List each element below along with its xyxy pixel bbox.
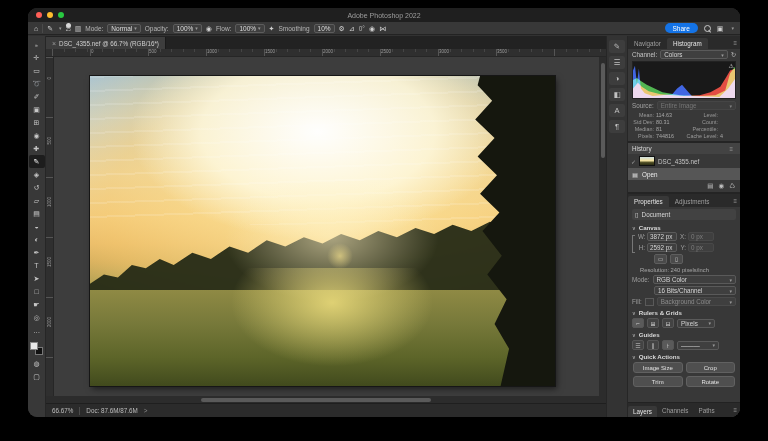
document-tab[interactable]: × DSC_4355.nef @ 66.7% (RGB/16*) [46,37,166,49]
x-input[interactable]: 0 px [688,232,714,241]
foreground-color-swatch[interactable] [30,342,38,350]
orientation-portrait-button[interactable]: ▯ [670,254,683,264]
brush-size-preview[interactable]: 25 [66,23,71,33]
color-icon[interactable]: ◑ [609,72,625,85]
panel-menu-icon[interactable]: ≡ [733,407,737,413]
crop-button[interactable]: Crop [686,362,736,373]
chevron-down-icon[interactable]: ▾ [731,25,734,31]
bit-depth-select[interactable]: 16 Bits/Channel ▾ [654,286,736,295]
toggle-snap-icon[interactable]: ⊟ [662,318,674,328]
guides-section-header[interactable]: ∨ Guides [628,329,740,339]
blend-mode-select[interactable]: Normal ▾ [107,24,140,33]
tool-history-brush[interactable]: ↺ [29,181,45,194]
smoothing-options-gear-icon[interactable]: ⚙ [339,25,345,32]
zoom-level[interactable]: 66.67% [52,407,73,414]
search-icon[interactable] [704,25,711,32]
tool-hand[interactable]: ☛ [29,298,45,311]
share-button[interactable]: Share [665,23,698,33]
airbrush-icon[interactable]: ✦ [269,25,275,32]
ruler-units-select[interactable]: Pixels ▾ [677,319,715,328]
history-brush-source-icon[interactable]: ✓ [631,158,636,165]
brush-settings-icon[interactable]: ✎ [609,40,625,53]
height-input[interactable]: 2592 px [647,243,677,252]
close-tab-icon[interactable]: × [52,40,56,47]
refresh-histogram-icon[interactable]: ↻ [731,51,736,58]
trim-button[interactable]: Trim [633,376,683,387]
cached-data-warning-icon[interactable]: ⚠ [729,62,734,69]
panel-menu-icon[interactable]: ≡ [733,198,737,204]
horizontal-scrollbar-thumb[interactable] [201,398,431,402]
tab-histogram[interactable]: Histogram [667,38,708,49]
tab-navigator[interactable]: Navigator [628,38,667,49]
y-input[interactable]: 0 px [688,243,714,252]
tool-eraser[interactable]: ▱ [29,194,45,207]
orientation-landscape-button[interactable]: ▭ [654,254,667,264]
toggle-grid-icon[interactable]: ⊞ [647,318,659,328]
fill-select[interactable]: Background Color ▾ [657,297,736,306]
toolbar-collapse-icon[interactable]: » [29,38,45,51]
home-icon[interactable]: ⌂ [34,25,38,32]
tool-gradient[interactable]: ▤ [29,207,45,220]
toggle-guides-icon[interactable]: ☰ [632,340,644,350]
tab-adjustments[interactable]: Adjustments [669,196,716,207]
tool-pen[interactable]: ✒ [29,246,45,259]
quick-actions-section-header[interactable]: ∨ Quick Actions [628,351,740,361]
source-select[interactable]: Entire Image ▾ [657,101,736,110]
tool-blur[interactable]: ◒ [29,220,45,233]
tool-type[interactable]: T [29,259,45,272]
tool-frame[interactable]: ⊞ [29,116,45,129]
opacity-select[interactable]: 100% ▾ [173,24,202,33]
canvas-section-header[interactable]: ∨ Canvas [628,222,740,232]
color-swatches[interactable] [30,342,43,355]
pressure-size-icon[interactable]: ◉ [369,25,375,32]
color-mode-select[interactable]: RGB Color ▾ [653,275,736,284]
tool-move[interactable]: ✛ [29,51,45,64]
tool-eyedropper[interactable]: ◉ [29,129,45,142]
link-dimensions-icon[interactable] [632,235,635,253]
workspace-switcher-icon[interactable]: ▣ [717,25,724,32]
tool-lasso[interactable]: ➰ [29,77,45,90]
smoothing-input[interactable]: 10% [314,24,335,33]
clear-guides-icon[interactable]: ⊦ [662,340,674,350]
tool-path-selection[interactable]: ➤ [29,272,45,285]
quick-mask-icon[interactable]: ◍ [29,357,45,370]
tab-properties[interactable]: Properties [628,196,669,207]
character-icon[interactable]: A [609,104,625,117]
paragraph-icon[interactable]: ¶ [609,120,625,133]
tab-layers[interactable]: Layers [628,406,657,417]
width-input[interactable]: 3872 px [647,232,677,241]
vertical-scrollbar-thumb[interactable] [601,63,605,158]
clone-source-icon[interactable]: ◧ [609,88,625,101]
tool-zoom[interactable]: ◎ [29,311,45,324]
image-size-button[interactable]: Image Size [633,362,683,373]
delete-state-icon[interactable]: ♺ [729,182,735,190]
toggle-rulers-icon[interactable]: ⌐ [632,318,644,328]
brush-tool-icon[interactable]: ✎ [47,25,53,32]
status-options-icon[interactable]: > [144,407,148,414]
history-state-open[interactable]: ▤ Open [628,168,740,180]
lock-guides-icon[interactable]: ∥ [647,340,659,350]
pressure-opacity-icon[interactable]: ◉ [206,25,212,32]
toggle-brush-panel-icon[interactable]: ▥ [75,25,82,32]
tool-shape[interactable]: □ [29,285,45,298]
brush-preset-caret-icon[interactable]: ▾ [59,25,62,31]
history-snapshot-row[interactable]: ✓ DSC_4355.nef [628,154,740,168]
document-canvas-image[interactable] [90,76,555,386]
tool-clone-stamp[interactable]: ◈ [29,168,45,181]
tool-marquee[interactable]: ▭ [29,64,45,77]
symmetry-icon[interactable]: ⋈ [379,25,386,32]
tool-dodge[interactable]: ◐ [29,233,45,246]
flow-select[interactable]: 100% ▾ [235,24,264,33]
tab-channels[interactable]: Channels [657,405,694,416]
toolbar-ellipsis-icon[interactable]: ⋯ [29,326,45,339]
tab-paths[interactable]: Paths [694,405,720,416]
vertical-scrollbar[interactable] [599,57,606,396]
tool-crop[interactable]: ▣ [29,103,45,116]
panel-menu-icon[interactable]: ≡ [729,146,733,152]
channel-select[interactable]: Colors ▾ [660,50,728,59]
tool-healing[interactable]: ✚ [29,142,45,155]
screen-mode-icon[interactable]: ▢ [29,370,45,383]
tool-quick-selection[interactable]: ✐ [29,90,45,103]
rulers-grids-section-header[interactable]: ∨ Rulers & Grids [628,307,740,317]
new-document-from-state-icon[interactable]: ▤ [707,182,713,190]
